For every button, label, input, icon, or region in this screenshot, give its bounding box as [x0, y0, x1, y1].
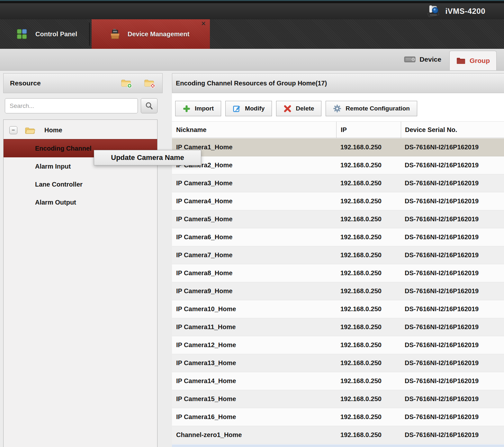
menu-item-update-camera-name[interactable]: Update Camera Name: [111, 153, 184, 162]
app-grid-icon: [17, 29, 27, 39]
cell-ip: 192.168.0.250: [336, 323, 401, 331]
resource-panel-title: Resource: [4, 79, 41, 87]
button-label: Modify: [245, 105, 265, 112]
gear-icon: [333, 104, 341, 113]
cell-nickname: IP Camera12_Home: [172, 341, 336, 349]
cell-serial: DS-7616NI-I2/16P162019: [401, 269, 504, 277]
collapse-expander-icon[interactable]: −: [9, 126, 17, 134]
add-group-folder-icon[interactable]: [121, 78, 132, 88]
tab-device[interactable]: Device: [395, 48, 450, 70]
tree-node-alarm-output[interactable]: Alarm Output: [4, 193, 157, 211]
device-panel-icon: [404, 55, 416, 64]
resource-search: [5, 98, 158, 113]
tree-node-home[interactable]: − Home: [4, 121, 157, 139]
cell-serial: DS-7616NI-I2/16P162019: [401, 287, 504, 295]
delete-button[interactable]: Delete: [276, 101, 321, 116]
table-row[interactable]: IP Camera14_Home192.168.0.250DS-7616NI-I…: [172, 372, 504, 390]
cell-ip: 192.168.0.250: [336, 305, 401, 313]
table-row[interactable]: IP Camera1_Home192.168.0.250DS-7616NI-I2…: [172, 138, 504, 156]
group-folder-icon: [456, 57, 466, 65]
view-tab-bar: Device Group: [0, 49, 504, 71]
cell-ip: 192.168.0.250: [336, 162, 401, 169]
context-menu: Update Camera Name: [94, 150, 201, 165]
search-button[interactable]: [141, 98, 158, 113]
cell-ip: 192.168.0.250: [336, 395, 401, 403]
modify-button[interactable]: Modify: [225, 101, 272, 116]
cell-serial: DS-7616NI-I2/16P162019: [401, 215, 504, 223]
cell-nickname: IP Camera11_Home: [172, 323, 336, 331]
tab-separator: [89, 22, 90, 46]
search-input[interactable]: [5, 98, 138, 113]
cell-serial: DS-7616NI-I2/16P162019: [401, 233, 504, 241]
column-header-ip[interactable]: IP: [336, 122, 401, 138]
cell-serial: DS-7616NI-I2/16P162019: [401, 359, 504, 367]
column-header-nickname[interactable]: Nickname: [172, 126, 336, 134]
delete-x-icon: [284, 105, 292, 113]
column-header-serial[interactable]: Device Serial No.: [401, 122, 504, 138]
cell-serial: DS-7616NI-I2/16P162019: [401, 431, 504, 439]
main-panel-title: Encoding Channel Resources of Group Home…: [172, 80, 327, 87]
resource-panel: Resource: [0, 71, 164, 447]
edit-icon: [233, 105, 241, 113]
cell-ip: 192.168.0.250: [336, 287, 401, 295]
tab-control-panel[interactable]: Control Panel: [0, 19, 89, 49]
cell-serial: DS-7616NI-I2/16P162019: [401, 341, 504, 349]
cell-ip: 192.168.0.250: [336, 215, 401, 223]
table-row[interactable]: IP Camera2_Home192.168.0.250DS-7616NI-I2…: [172, 156, 504, 174]
cell-ip: 192.168.0.250: [336, 341, 401, 349]
table-row[interactable]: IP Camera10_Home192.168.0.250DS-7616NI-I…: [172, 300, 504, 318]
cell-serial: DS-7616NI-I2/16P162019: [401, 162, 504, 169]
main-panel-body: Import Modify: [172, 93, 504, 447]
app-tab-bar: Control Panel Device Management ✕: [0, 19, 504, 49]
table-row[interactable]: IP Camera4_Home192.168.0.250DS-7616NI-I2…: [172, 192, 504, 210]
table-row[interactable]: IP Camera12_Home192.168.0.250DS-7616NI-I…: [172, 336, 504, 354]
cell-nickname: IP Camera8_Home: [172, 269, 336, 277]
cell-ip: 192.168.0.250: [336, 180, 401, 187]
content-area: Resource: [0, 71, 504, 447]
tree-node-label: Lane Controller: [35, 181, 83, 188]
table-row[interactable]: IP Camera16_Home192.168.0.250DS-7616NI-I…: [172, 408, 504, 426]
cell-serial: DS-7616NI-I2/16P162019: [401, 395, 504, 403]
cell-nickname: IP Camera3_Home: [172, 180, 336, 187]
table-row[interactable]: IP Camera11_Home192.168.0.250DS-7616NI-I…: [172, 318, 504, 336]
app-window: iVMS-4200 Control Panel: [0, 0, 504, 447]
table-body: IP Camera1_Home192.168.0.250DS-7616NI-I2…: [172, 138, 504, 444]
table-row[interactable]: IP Camera8_Home192.168.0.250DS-7616NI-I2…: [172, 264, 504, 282]
table-toolbar: Import Modify: [172, 93, 504, 121]
main-panel-header: Encoding Channel Resources of Group Home…: [172, 73, 504, 93]
table-row[interactable]: IP Camera9_Home192.168.0.250DS-7616NI-I2…: [172, 282, 504, 300]
tab-label: Group: [470, 57, 490, 65]
cell-serial: DS-7616NI-I2/16P162019: [401, 323, 504, 331]
window-top-strip: [0, 0, 504, 3]
table-row[interactable]: IP Camera3_Home192.168.0.250DS-7616NI-I2…: [172, 174, 504, 192]
table-row[interactable]: IP Camera6_Home192.168.0.250DS-7616NI-I2…: [172, 228, 504, 246]
tab-label: Device: [419, 56, 441, 63]
table-row[interactable]: IP Camera15_Home192.168.0.250DS-7616NI-I…: [172, 390, 504, 408]
table-header: Nickname IP Device Serial No.: [172, 121, 504, 138]
tree-node-lane-controller[interactable]: Lane Controller: [4, 175, 157, 193]
import-button[interactable]: Import: [175, 101, 221, 116]
tree-node-label: Encoding Channel: [35, 145, 92, 152]
cell-serial: DS-7616NI-I2/16P162019: [401, 305, 504, 313]
cell-nickname: IP Camera6_Home: [172, 233, 336, 241]
tab-device-management[interactable]: Device Management ✕: [92, 19, 210, 49]
cctv-camera-icon: [426, 5, 441, 17]
cell-serial: DS-7616NI-I2/16P162019: [401, 377, 504, 385]
table-row[interactable]: IP Camera5_Home192.168.0.250DS-7616NI-I2…: [172, 210, 504, 228]
delete-group-folder-icon[interactable]: [144, 78, 155, 88]
table-row[interactable]: IP Camera7_Home192.168.0.250DS-7616NI-I2…: [172, 246, 504, 264]
cell-serial: DS-7616NI-I2/16P162019: [401, 197, 504, 205]
remote-configuration-button[interactable]: Remote Configuration: [326, 101, 417, 116]
cell-serial: DS-7616NI-I2/16P162019: [401, 180, 504, 187]
tree-node-label: Alarm Input: [35, 163, 71, 170]
close-icon[interactable]: ✕: [201, 21, 206, 27]
cell-ip: 192.168.0.250: [336, 233, 401, 241]
search-icon: [145, 102, 153, 110]
cell-nickname: IP Camera15_Home: [172, 395, 336, 403]
tab-group[interactable]: Group: [449, 51, 497, 70]
device-drawer-icon: [110, 29, 121, 39]
cell-ip: 192.168.0.250: [336, 144, 401, 151]
main-panel: Encoding Channel Resources of Group Home…: [172, 71, 504, 447]
table-row[interactable]: Channel-zero1_Home192.168.0.250DS-7616NI…: [172, 426, 504, 444]
table-row[interactable]: IP Camera13_Home192.168.0.250DS-7616NI-I…: [172, 354, 504, 372]
